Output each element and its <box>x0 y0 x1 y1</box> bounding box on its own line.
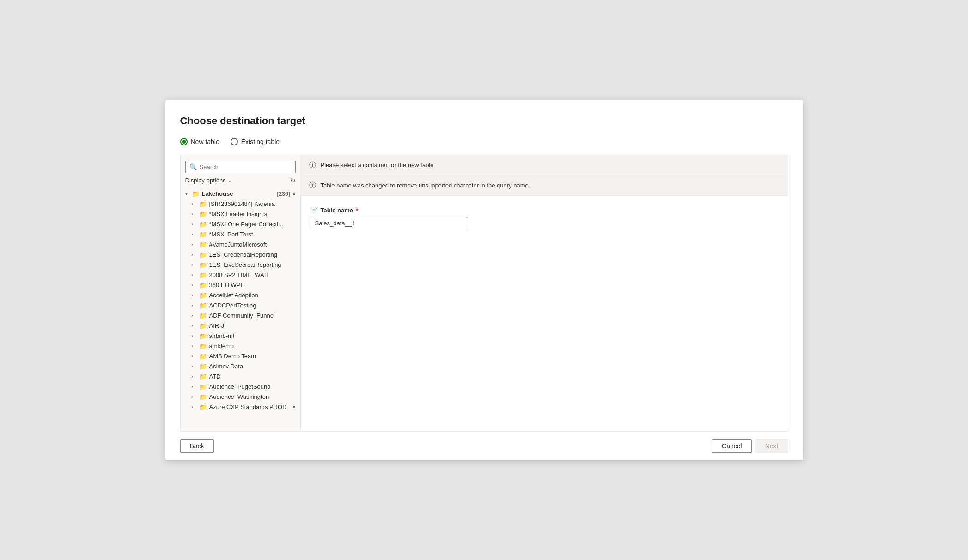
folder-icon: 📁 <box>199 332 207 340</box>
list-item[interactable]: › 📁 *MSX Leader Insights <box>181 209 300 219</box>
tree-chevron-icon: › <box>192 374 199 379</box>
folder-icon: 📁 <box>199 211 207 218</box>
form-area: 📄 Table name * <box>301 196 788 241</box>
tree-item-label: airbnb-ml <box>209 332 297 339</box>
table-name-input[interactable] <box>310 217 467 229</box>
list-item[interactable]: › 📁 Audience_PugetSound <box>181 382 300 392</box>
list-item[interactable]: › 📁 ATD <box>181 372 300 382</box>
tree-chevron-icon: › <box>192 293 199 298</box>
tab-existing-table[interactable]: Existing table <box>231 138 280 145</box>
display-options-row[interactable]: Display options ⌄ ↻ <box>181 177 300 189</box>
tree-chevron-icon: › <box>192 404 199 409</box>
list-item[interactable]: › 📁 ADF Community_Funnel <box>181 311 300 321</box>
search-input[interactable] <box>200 163 292 170</box>
list-item[interactable]: › 📁 1ES_CredentialReporting <box>181 250 300 260</box>
search-box[interactable]: 🔍 <box>185 161 296 173</box>
tree-item-label: Audience_PugetSound <box>209 383 297 390</box>
tree-expand-chevron: ▼ <box>184 191 192 196</box>
folder-icon: 📁 <box>199 322 207 330</box>
tree-item-label: Azure CXP Standards PROD <box>209 403 290 410</box>
scroll-down-icon[interactable]: ▼ <box>292 404 297 409</box>
required-star: * <box>356 207 358 214</box>
tree-chevron-icon: › <box>192 343 199 349</box>
radio-new-table[interactable] <box>180 138 188 145</box>
warning-banner: ⓘ Table name was changed to remove unsup… <box>301 175 788 196</box>
table-name-icon: 📄 <box>310 207 318 214</box>
tree-item-label: *MSX Leader Insights <box>209 211 297 217</box>
list-item[interactable]: › 📁 airbnb-ml <box>181 331 300 341</box>
list-item[interactable]: › 📁 ACDCPerfTesting <box>181 301 300 311</box>
content-area: 🔍 Display options ⌄ ↻ ▼ 📁 Lakehouse <box>180 155 788 431</box>
tree-chevron-icon: › <box>192 364 199 369</box>
warning-icon: ⓘ <box>309 181 316 190</box>
back-button[interactable]: Back <box>180 439 214 453</box>
list-item[interactable]: › 📁 360 EH WPE <box>181 280 300 290</box>
tree-chevron-icon: › <box>192 201 199 206</box>
list-item[interactable]: › 📁 *MSXi Perf Terst <box>181 229 300 240</box>
next-button: Next <box>755 439 788 453</box>
tree-chevron-icon: › <box>192 333 199 338</box>
tree-chevron-icon: › <box>192 303 199 308</box>
info-banner-text: Please select a container for the new ta… <box>321 162 434 169</box>
list-item[interactable]: › 📁 amldemo <box>181 341 300 351</box>
tree-item-label: #VamoJuntoMicrosoft <box>209 241 297 248</box>
tree-chevron-icon: › <box>192 323 199 328</box>
list-item[interactable]: › 📁 Audience_Washington <box>181 392 300 402</box>
folder-icon: 📁 <box>199 383 207 391</box>
folder-icon: 📁 <box>199 312 207 319</box>
folder-icon: 📁 <box>199 200 207 208</box>
tree-item-label: ACDCPerfTesting <box>209 302 297 309</box>
tree-chevron-icon: › <box>192 232 199 237</box>
list-item[interactable]: › 📁 *MSXI One Pager Collecti... <box>181 219 300 229</box>
tree-item-label: *MSXi Perf Terst <box>209 231 297 238</box>
radio-existing-table[interactable] <box>231 138 238 145</box>
list-item[interactable]: › 📁 AMS Demo Team <box>181 351 300 361</box>
tree-item-label: amldemo <box>209 343 297 349</box>
tree-item-label: ADF Community_Funnel <box>209 312 297 319</box>
tree-chevron-icon: › <box>192 252 199 257</box>
tree-chevron-icon: › <box>192 283 199 288</box>
tree-root-label: Lakehouse <box>202 190 275 197</box>
folder-icon: 📁 <box>192 190 200 198</box>
folder-icon: 📁 <box>199 302 207 309</box>
folder-icon: 📁 <box>199 373 207 380</box>
footer-left: Back <box>180 439 214 453</box>
refresh-icon[interactable]: ↻ <box>290 177 296 184</box>
tree-item-label: [SIR236901484] Karenia <box>209 200 297 207</box>
folder-icon: 📁 <box>199 231 207 238</box>
tree-item-label: *MSXI One Pager Collecti... <box>209 221 297 228</box>
list-item[interactable]: › 📁 2008 SP2 TIME_WAIT <box>181 270 300 280</box>
list-item[interactable]: › 📁 Asimov Data <box>181 361 300 372</box>
folder-icon: 📁 <box>199 282 207 289</box>
tree-root-item[interactable]: ▼ 📁 Lakehouse [236] ▲ <box>181 189 300 199</box>
warning-banner-text: Table name was changed to remove unsuppo… <box>321 182 530 189</box>
folder-icon: 📁 <box>199 353 207 360</box>
list-item[interactable]: › 📁 AIR-J <box>181 321 300 331</box>
tree-root-count: [236] <box>277 191 290 197</box>
info-icon: ⓘ <box>309 161 316 169</box>
tree-item-label: Audience_Washington <box>209 393 297 400</box>
table-name-label-row: 📄 Table name * <box>310 207 779 214</box>
scroll-up-icon[interactable]: ▲ <box>292 191 297 196</box>
cancel-button[interactable]: Cancel <box>712 439 752 453</box>
folder-icon: 📁 <box>199 251 207 259</box>
folder-icon: 📁 <box>199 241 207 248</box>
tree-chevron-icon: › <box>192 272 199 277</box>
footer-right: Cancel Next <box>712 439 788 453</box>
tree-item-label: ATD <box>209 373 297 380</box>
info-banner: ⓘ Please select a container for the new … <box>301 155 788 175</box>
list-item[interactable]: › 📁 [SIR236901484] Karenia <box>181 199 300 209</box>
tab-bar: New table Existing table <box>180 138 788 145</box>
tree-area[interactable]: ▼ 📁 Lakehouse [236] ▲ › 📁 [SIR236901484]… <box>181 189 300 431</box>
list-item[interactable]: › 📁 Azure CXP Standards PROD ▼ <box>181 402 300 412</box>
tree-item-label: 1ES_CredentialReporting <box>209 251 297 258</box>
list-item[interactable]: › 📁 1ES_LiveSecretsReporting <box>181 260 300 270</box>
list-item[interactable]: › 📁 #VamoJuntoMicrosoft <box>181 240 300 250</box>
tree-item-label: 1ES_LiveSecretsReporting <box>209 261 297 268</box>
list-item[interactable]: › 📁 AccelNet Adoption <box>181 290 300 301</box>
dialog-footer: Back Cancel Next <box>180 431 788 460</box>
tree-chevron-icon: › <box>192 262 199 267</box>
tree-chevron-icon: › <box>192 313 199 318</box>
tab-new-table[interactable]: New table <box>180 138 219 145</box>
left-panel: 🔍 Display options ⌄ ↻ ▼ 📁 Lakehouse <box>181 155 301 431</box>
